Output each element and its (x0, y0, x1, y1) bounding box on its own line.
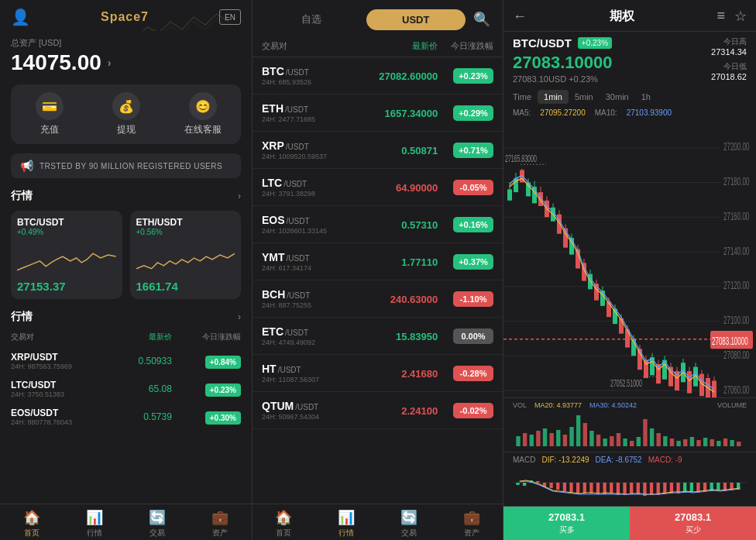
market-section2-more[interactable]: › (238, 311, 241, 322)
pair-quote: /USDT (286, 143, 309, 151)
vol-volume-label: VOLUME (717, 401, 747, 409)
svg-rect-147 (589, 483, 593, 494)
recharge-button[interactable]: 💳 充值 (11, 92, 88, 136)
list-item[interactable]: BTC /USDT 24H: 685.93526 27082.60000 +0.… (253, 57, 503, 95)
back-button[interactable]: ← (513, 9, 527, 25)
pair-price: 240.63000 (390, 294, 438, 305)
p3-tab-1h[interactable]: 1h (635, 90, 657, 104)
pair-change: 0.00% (453, 328, 493, 344)
pair-quote: /USDT (286, 68, 309, 77)
table-row[interactable]: XRP/USDT 24H: 987563.75969 0.50933 +0.84… (0, 347, 252, 375)
p3-high-val: 27314.34 (711, 47, 747, 57)
pair-base: ETH (262, 102, 284, 115)
p1-table-header: 交易对 最新价 今日涨跌幅 (0, 328, 252, 346)
svg-rect-113 (617, 433, 620, 446)
favorite-icon[interactable]: ☆ (734, 8, 747, 25)
assets-arrow[interactable]: › (108, 57, 112, 69)
user-icon[interactable]: 👤 (11, 8, 30, 26)
assets-label: 总资产 [USD] (11, 37, 241, 49)
list-item[interactable]: EOS /USDT 24H: 1026601.33145 0.57310 +0.… (253, 206, 503, 243)
table-row[interactable]: LTC/USDT 24H: 3750.51383 65.08 +0.23% (0, 375, 252, 403)
p2-tab-watchlist[interactable]: 自选 (262, 8, 362, 31)
svg-rect-144 (569, 483, 572, 493)
eth-chart-card[interactable]: ETH/USDT +0.56% 1661.74 (130, 211, 242, 299)
buy-button[interactable]: 27083.1 买多 (503, 507, 630, 540)
p3-tab-1min[interactable]: 1min (538, 90, 569, 104)
pair-change: -0.28% (453, 366, 493, 381)
macd-dif: DIF: -13.2249 (541, 456, 589, 464)
pair-base: EOS (262, 214, 285, 226)
list-item[interactable]: YMT /USDT 24H: 617.34174 1.77110 +0.37% (253, 243, 503, 280)
market-section2-title: 行情 (11, 310, 33, 324)
p2-nav-home[interactable]: 🏠 首页 (253, 509, 315, 538)
ma5-value: 27095.27200 (540, 108, 585, 117)
pair-quote: /USDT (287, 291, 310, 300)
pair-vol: 24H: 50967.54304 (262, 413, 355, 421)
list-item[interactable]: HT /USDT 24H: 11087.56307 2.41680 -0.28% (253, 355, 503, 392)
table-row[interactable]: EOS/USDT 24H: 880778.76043 0.5739 +0.30% (0, 403, 252, 431)
svg-rect-148 (596, 483, 600, 494)
svg-rect-123 (683, 439, 687, 446)
list-item[interactable]: XRP /USDT 24H: 1009520.59537 0.50871 +0.… (253, 132, 503, 169)
p2-nav-trade[interactable]: 🔄 交易 (378, 509, 441, 538)
p3-tab-30min[interactable]: 30min (600, 90, 635, 104)
buy-price: 27083.1 (548, 511, 585, 523)
pair-base: LTC (262, 177, 282, 189)
pair-vol: 24H: 1009520.59537 (262, 153, 355, 160)
svg-rect-150 (610, 483, 613, 494)
svg-rect-102 (543, 428, 547, 446)
p3-vol-section: VOL MA20: 4.93777 MA30: 4.50242 VOLUME 3… (503, 397, 756, 452)
svg-text:27165.83000: 27165.83000 (505, 153, 537, 164)
pair-vol: 24H: 11087.56307 (262, 376, 355, 384)
pair-change: +0.37% (453, 254, 493, 270)
p2-nav-assets[interactable]: 💼 资产 (440, 509, 503, 538)
pair-quote: /USDT (287, 254, 310, 263)
p1-nav-trade[interactable]: 🔄 交易 (126, 509, 189, 538)
pair-vol: 24H: 2477.71685 (262, 115, 355, 123)
p2-nav-market[interactable]: 📊 行情 (315, 509, 378, 538)
svg-rect-61 (625, 329, 630, 347)
market-section1-more[interactable]: › (238, 191, 241, 201)
svg-rect-126 (703, 438, 707, 446)
customer-service-button[interactable]: 😊 在线客服 (164, 92, 241, 136)
svg-rect-139 (536, 481, 539, 483)
p1-nav-market[interactable]: 📊 行情 (63, 509, 125, 538)
row-vol: 24H: 3750.51383 (11, 390, 103, 398)
pair-quote: /USDT (278, 366, 301, 374)
withdraw-button[interactable]: 💰 提现 (88, 92, 164, 136)
p2-tab-usdt[interactable]: USDT (366, 9, 466, 30)
p3-header: ← 期权 ≡ ☆ (503, 0, 756, 32)
svg-rect-152 (623, 483, 626, 495)
p3-tab-5min[interactable]: 5min (569, 90, 600, 104)
macd-label: MACD (513, 456, 535, 464)
p1-nav-home[interactable]: 🏠 首页 (0, 509, 63, 538)
svg-rect-55 (607, 301, 611, 317)
sell-button[interactable]: 27083.1 买少 (630, 507, 756, 540)
svg-rect-162 (690, 483, 693, 492)
svg-rect-145 (576, 483, 579, 494)
list-item[interactable]: BCH /USDT 24H: 887.75255 240.63000 -1.10… (253, 280, 503, 318)
p1-nav-assets[interactable]: 💼 资产 (189, 509, 252, 538)
language-badge[interactable]: EN (219, 9, 241, 25)
p1-chart-cards: BTC/USDT +0.49% 27153.37 ETH/USDT +0.56%… (0, 208, 252, 305)
list-item[interactable]: ETC /USDT 24H: 4749.49092 15.83950 0.00% (253, 318, 503, 355)
p2-th-pair: 交易对 (262, 40, 355, 52)
svg-rect-115 (630, 441, 634, 446)
svg-text:27080.00: 27080.00 (723, 349, 749, 361)
list-item[interactable]: ETH /USDT 24H: 2477.71685 1657.34000 +0.… (253, 95, 503, 132)
row-vol: 24H: 880778.76043 (11, 418, 103, 426)
p2-search-icon[interactable]: 🔍 (470, 8, 493, 31)
btc-chart-card[interactable]: BTC/USDT +0.49% 27153.37 (11, 211, 122, 299)
svg-rect-99 (523, 433, 527, 446)
market-icon: 📊 (86, 509, 103, 526)
menu-icon[interactable]: ≡ (716, 8, 725, 25)
p3-macd-labels: MACD DIF: -13.2249 DEA: -8.6752 MACD: -9 (513, 456, 747, 464)
panel2: 自选 USDT 🔍 交易对 最新价 今日涨跌幅 BTC /USDT 24H: 6… (252, 0, 503, 540)
pair-base: QTUM (262, 400, 294, 412)
list-item[interactable]: LTC /USDT 24H: 3791.38298 64.90000 -0.05… (253, 169, 503, 206)
list-item[interactable]: QTUM /USDT 24H: 50967.54304 2.24100 -0.0… (253, 392, 503, 429)
row-change-badge: +0.84% (205, 356, 241, 369)
btc-price: 27153.37 (17, 280, 116, 293)
p3-low-val: 27018.62 (711, 72, 747, 81)
assets-value: 14075.00 › (11, 50, 241, 75)
